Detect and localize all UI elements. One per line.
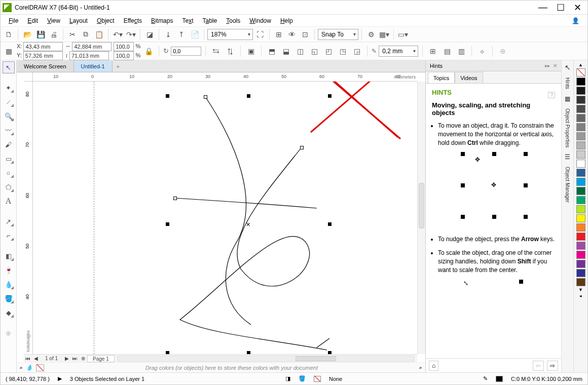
rectangle-tool[interactable]: ▭ [3, 152, 15, 165]
copy-button[interactable]: ⧉ [80, 28, 92, 41]
first-page-button[interactable]: ⏮ [24, 356, 32, 361]
freehand-tool[interactable]: 〰 [3, 124, 15, 136]
open-button[interactable]: 📂 [21, 28, 33, 41]
hints-forward-button[interactable]: ⇨ [547, 361, 558, 371]
color-swatch[interactable] [576, 260, 585, 268]
hints-help-button[interactable]: ? [548, 92, 555, 98]
to-front-of-layer-button[interactable]: ▣ [245, 45, 257, 57]
polygon-tool[interactable]: ⬠ [3, 181, 15, 193]
y-position-field[interactable]: 57,326 mm [23, 51, 63, 60]
publish-pdf-button[interactable]: 📄 [189, 28, 201, 41]
x-position-field[interactable]: 43,43 mm [23, 42, 63, 51]
color-swatch[interactable] [576, 132, 585, 140]
node-handle[interactable] [173, 197, 177, 200]
snap-to-select[interactable]: Snap To [318, 29, 358, 40]
docker-tab-manager-icon[interactable]: ☰ [565, 153, 570, 161]
menu-view[interactable]: View [43, 16, 64, 25]
color-swatch[interactable] [576, 178, 585, 186]
color-swatch[interactable] [576, 205, 585, 213]
dimension-tool[interactable]: ↗ [3, 215, 15, 227]
docker-tab-props-icon[interactable]: ▦ [565, 95, 570, 102]
close-button[interactable]: ✕ [574, 2, 581, 13]
weld-button[interactable]: ⬒ [266, 45, 278, 57]
color-swatch[interactable] [576, 96, 585, 104]
docker-collapse-button[interactable]: ▸▸ [545, 63, 550, 68]
mirror-horizontal-button[interactable]: ⮀ [210, 45, 222, 57]
color-swatch[interactable] [576, 105, 585, 113]
palette-scroll-right[interactable]: ▸ [419, 364, 422, 371]
hints-tab-videos[interactable]: Videos [455, 72, 483, 83]
color-swatch[interactable] [576, 223, 585, 232]
drop-shadow-tool[interactable]: ◧ [3, 250, 15, 262]
show-guidelines-button[interactable]: ⊡ [299, 28, 311, 41]
object-origin-button[interactable]: ▦ [3, 45, 15, 57]
show-rulers-button[interactable]: ⊞ [273, 28, 285, 41]
selection-handle[interactable] [328, 222, 332, 226]
menu-help[interactable]: Help [276, 16, 297, 25]
new-document-tab[interactable]: + [113, 62, 124, 72]
eyedropper-icon[interactable]: 💧 [26, 364, 33, 371]
drawing-area[interactable]: 10 0 10 20 30 40 50 60 70 80 millimeters… [17, 72, 425, 362]
no-color-swatch[interactable] [36, 364, 44, 371]
color-swatch[interactable] [576, 187, 585, 195]
transparency-tool[interactable]: 🍷 [3, 264, 15, 276]
wrap-text-button[interactable]: ⊞ [427, 45, 439, 57]
menu-table[interactable]: Table [199, 16, 222, 25]
palette-scroll-up[interactable]: ▲ [578, 62, 583, 67]
canvas[interactable]: ✕ [33, 82, 417, 354]
vertical-scrollbar[interactable] [417, 82, 425, 354]
hints-home-button[interactable]: ⌂ [429, 361, 438, 371]
pick-tool[interactable]: ↖ [3, 61, 15, 73]
page-tab-1[interactable]: Page 1 [87, 355, 115, 362]
color-swatch[interactable] [576, 78, 585, 86]
document-palette[interactable]: ▸ 💧 Drag colors (or objects) here to sto… [17, 362, 425, 372]
customize-toolbar-button[interactable]: ▭▾ [397, 28, 409, 41]
tab-welcome-screen[interactable]: Welcome Screen [17, 61, 74, 72]
menu-effects[interactable]: Effects [120, 16, 146, 25]
next-page-button[interactable]: ▶ [63, 356, 71, 361]
maximize-button[interactable]: ☐ [557, 2, 565, 13]
convert-to-curves-button[interactable]: ⟐ [476, 45, 488, 57]
palette-flyout-button[interactable]: ▸ [20, 364, 23, 371]
docker-tab-hints[interactable]: Hints [564, 75, 571, 91]
full-screen-button[interactable]: ⛶ [254, 28, 266, 41]
color-swatch[interactable] [576, 87, 585, 95]
width-field[interactable]: 42,884 mm [72, 42, 112, 51]
show-grid-button[interactable]: 👁 [286, 28, 298, 41]
height-field[interactable]: 71,013 mm [69, 51, 109, 60]
menu-layout[interactable]: Layout [65, 16, 92, 25]
selection-handle[interactable] [166, 222, 169, 226]
outline-color-swatch[interactable] [496, 376, 503, 382]
palette-scroll-down[interactable]: ▼ [578, 287, 583, 292]
menu-bitmaps[interactable]: Bitmaps [147, 16, 177, 25]
paste-button[interactable]: 📋 [93, 28, 105, 41]
new-button[interactable]: 🗋 [3, 28, 15, 41]
interactive-fill-tool[interactable]: 🪣 [3, 292, 15, 304]
front-minus-back-button[interactable]: ◰ [322, 45, 335, 57]
color-swatch[interactable] [576, 269, 585, 277]
user-icon[interactable]: 👤 [568, 16, 583, 25]
color-swatch[interactable] [576, 214, 585, 222]
tab-untitled-1[interactable]: Untitled-1 [74, 61, 113, 72]
docker-close-button[interactable]: ✕ [553, 63, 557, 68]
cut-button[interactable]: ✂ [66, 28, 79, 41]
color-swatch[interactable] [576, 251, 585, 259]
menu-tools[interactable]: Tools [222, 16, 244, 25]
artistic-media-tool[interactable]: 🖌 [3, 138, 15, 150]
color-swatch[interactable] [576, 196, 585, 204]
next-click-icon[interactable]: ▶ [58, 375, 62, 382]
zoom-tool[interactable]: 🔍 [3, 110, 15, 122]
color-swatch[interactable] [576, 141, 585, 149]
horizontal-ruler[interactable]: 10 0 10 20 30 40 50 60 70 80 millimeters [33, 72, 417, 82]
horizontal-scrollbar[interactable] [118, 356, 414, 362]
node-handle[interactable] [300, 146, 304, 149]
fill-indicator-icon[interactable]: ◨ [285, 375, 290, 382]
palette-flyout[interactable]: ◂ [579, 293, 582, 298]
last-page-button[interactable]: ⏭ [71, 356, 79, 361]
undo-button[interactable]: ↶▾ [112, 28, 124, 41]
color-swatch[interactable] [576, 114, 585, 122]
outline-width-select[interactable]: 0,2 mm [379, 46, 418, 57]
crop-tool[interactable]: ⟋ [3, 96, 15, 108]
save-button[interactable]: 💾 [34, 28, 47, 41]
intersect-button[interactable]: ◫ [294, 45, 306, 57]
